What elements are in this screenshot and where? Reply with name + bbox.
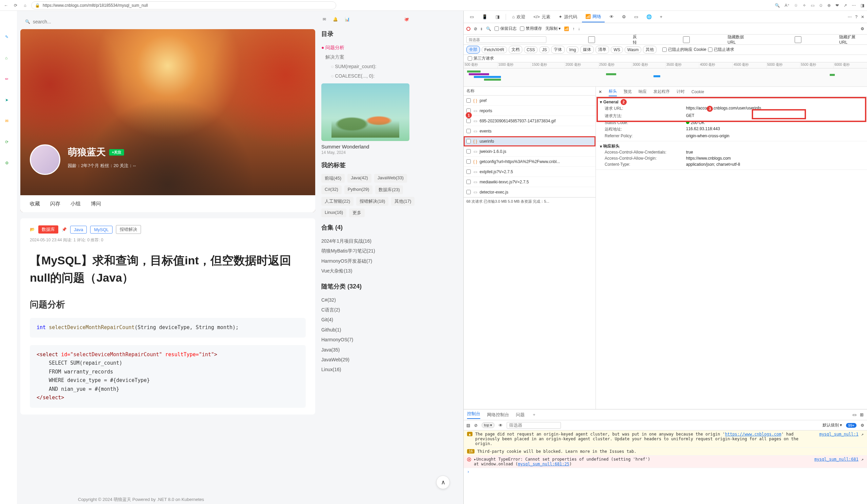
type-filter[interactable]: Fetch/XHR: [482, 46, 507, 53]
tag-item[interactable]: 人工智能(22): [321, 197, 354, 206]
tab-security[interactable]: 🌐: [643, 12, 655, 21]
cat-item[interactable]: Vue大杂烩(13): [321, 266, 426, 276]
response-headers-section[interactable]: ▾ 响应标头: [600, 143, 863, 149]
no-cache-checkbox[interactable]: 禁用缓存: [520, 26, 542, 32]
console-sidebar-icon[interactable]: ▤: [467, 423, 470, 428]
record-button[interactable]: [467, 27, 470, 31]
tab-sources[interactable]: ✦ 源代码: [555, 12, 581, 22]
row-checkbox[interactable]: [467, 119, 471, 123]
hide-ext-checkbox[interactable]: 隐藏扩展 URL: [758, 34, 865, 45]
chip-mysql[interactable]: MySQL: [90, 226, 112, 234]
rail-edit-icon[interactable]: ✏: [5, 77, 12, 83]
rail-gear-icon[interactable]: ⚙: [5, 161, 12, 168]
tab-app[interactable]: ⚙: [619, 12, 629, 21]
address-bar[interactable]: 🔒 https://www.cnblogs.com/mllt/p/1818553…: [31, 1, 336, 10]
msg3-source-link[interactable]: mysql_sum_null:681: [814, 457, 858, 462]
context-select[interactable]: top ▾: [482, 422, 494, 428]
toc-item-3[interactable]: SUM(repair_count):: [321, 62, 426, 71]
row-checkbox[interactable]: [467, 159, 471, 164]
settings-icon[interactable]: ⚙: [860, 26, 864, 31]
type-filter[interactable]: JS: [539, 46, 549, 53]
detail-tab-response[interactable]: 响应: [639, 87, 647, 96]
row-checkbox[interactable]: [467, 98, 471, 103]
add-tab-button[interactable]: +: [533, 412, 536, 417]
cat-item[interactable]: HarmonyOS(7): [321, 335, 426, 345]
detail-tab-headers[interactable]: 标头: [609, 87, 617, 96]
tag-item[interactable]: C#(32): [321, 185, 342, 194]
detail-tab-preview[interactable]: 预览: [624, 87, 632, 96]
chip-database[interactable]: 数据库: [38, 225, 58, 234]
tab-question[interactable]: 博问: [91, 201, 101, 207]
request-row[interactable]: { }userinfo: [464, 136, 596, 147]
request-row[interactable]: ▭jweixin-1.6.0.js: [464, 147, 596, 157]
type-filter[interactable]: 字体: [551, 46, 565, 54]
refresh-button[interactable]: ⟳: [12, 2, 19, 9]
third-party-checkbox[interactable]: 第三方请求: [468, 56, 494, 61]
tab-more-panel[interactable]: ▭: [631, 12, 642, 21]
bell-icon[interactable]: 🔔: [333, 17, 338, 22]
row-checkbox[interactable]: [467, 170, 471, 174]
tag-item[interactable]: Java(42): [347, 174, 372, 183]
clear-button[interactable]: ⊘: [474, 26, 477, 31]
rail-mail-icon[interactable]: ✉: [5, 119, 12, 126]
type-filter[interactable]: Img: [566, 46, 579, 53]
rail-send-icon[interactable]: ➤: [5, 98, 12, 104]
cat-item[interactable]: HarmonyOS开发基础(7): [321, 256, 426, 266]
type-filter[interactable]: WS: [611, 46, 623, 53]
tab-welcome[interactable]: ⌂ 欢迎: [509, 12, 529, 22]
tab-group[interactable]: 小组: [71, 201, 81, 207]
request-row[interactable]: ▭events: [464, 126, 596, 136]
general-section[interactable]: ▾ General 2: [600, 99, 863, 105]
detail-tab-timing[interactable]: 计时: [676, 87, 685, 96]
toc-item-4[interactable]: COALESCE(..., 0):: [321, 71, 426, 81]
read-aloud-icon[interactable]: A⁺: [785, 3, 789, 8]
cat-item[interactable]: Git(4): [321, 315, 426, 325]
tag-item[interactable]: 报错解决(18): [356, 197, 388, 206]
tab-network[interactable]: 📶 网络: [582, 11, 604, 22]
console-dock-icon[interactable]: ▭: [853, 412, 856, 417]
cat-item[interactable]: 2024年1月项目实战(16): [321, 236, 426, 246]
detail-close-icon[interactable]: ✕: [599, 89, 602, 94]
tag-item[interactable]: 前端(45): [321, 174, 345, 183]
row-checkbox[interactable]: [467, 190, 471, 194]
type-filter[interactable]: 媒体: [580, 46, 594, 54]
cat-item[interactable]: Github(1): [321, 325, 426, 335]
tag-item[interactable]: Linux(16): [321, 208, 346, 217]
follow-button[interactable]: +关注: [109, 149, 124, 156]
tag-item[interactable]: 更多: [349, 208, 365, 217]
type-filter[interactable]: CSS: [524, 46, 538, 53]
tag-item[interactable]: 其他(17): [391, 197, 415, 206]
scroll-top-button[interactable]: ∧: [436, 475, 450, 489]
row-checkbox[interactable]: [467, 149, 471, 153]
blocked-cookie-checkbox[interactable]: 已阻止的响应 Cookie: [662, 47, 706, 53]
search-icon[interactable]: 🔍: [486, 26, 491, 31]
network-console-tab[interactable]: 网络控制台: [487, 412, 509, 418]
extensions-icon[interactable]: ✧: [803, 3, 806, 8]
device-icon[interactable]: 📱: [479, 12, 491, 21]
tab-plus[interactable]: +: [656, 12, 666, 21]
more-icon[interactable]: ⋯: [852, 3, 856, 8]
row-checkbox[interactable]: [467, 180, 471, 184]
filter-icon[interactable]: ⫾: [481, 26, 483, 31]
dock-icon[interactable]: ◨: [492, 12, 503, 21]
devtools-more-icon[interactable]: ⋯: [848, 14, 852, 19]
type-filter[interactable]: 其他: [643, 46, 656, 54]
level-select[interactable]: 默认级别 ▾: [823, 422, 842, 428]
toc-item-2[interactable]: 解决方案: [321, 52, 426, 62]
console-clear-icon[interactable]: ⊘: [474, 423, 478, 428]
console-prompt[interactable]: ›: [464, 468, 867, 475]
collections-icon[interactable]: ▭: [811, 3, 814, 8]
row-checkbox[interactable]: [467, 139, 471, 143]
rail-home-icon[interactable]: ⌂: [5, 56, 12, 62]
tab-flash[interactable]: 闪存: [50, 201, 60, 207]
throttling-select[interactable]: 无限制 ▾: [545, 26, 560, 32]
cat-item[interactable]: C#(32): [321, 295, 426, 305]
filter-input[interactable]: [467, 36, 546, 43]
console-tab[interactable]: 控制台: [467, 411, 480, 419]
type-filter[interactable]: 清单: [596, 46, 609, 54]
console-filter-input[interactable]: [507, 422, 561, 429]
tab-elements[interactable]: </> 元素: [530, 12, 554, 22]
chip-tag[interactable]: 报错解决: [116, 225, 141, 234]
request-row[interactable]: { }pref: [464, 96, 596, 106]
inspector-icon[interactable]: ▭: [467, 12, 477, 21]
